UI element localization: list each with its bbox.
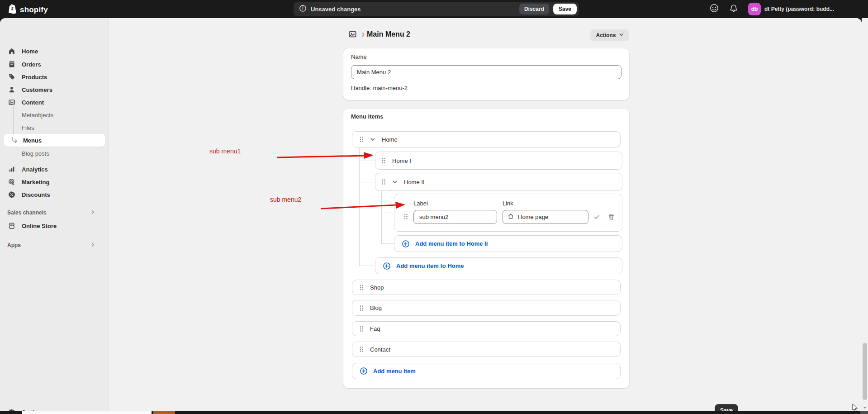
sidebar-item-blog-posts[interactable]: Blog posts xyxy=(4,147,105,160)
sidebar-item-customers[interactable]: Customers xyxy=(4,83,105,96)
confirm-button[interactable] xyxy=(593,213,601,221)
shopify-wordmark: shopify xyxy=(20,5,48,14)
chevron-down-icon[interactable] xyxy=(370,137,375,142)
unsaved-changes-label: Unsaved changes xyxy=(311,6,519,13)
sidebar-subitem-label: Blog posts xyxy=(22,150,49,157)
menu-name-input[interactable] xyxy=(351,65,621,79)
shopify-bag-icon xyxy=(7,3,18,17)
save-button-bottom[interactable]: Save xyxy=(715,404,738,411)
vertical-scrollbar[interactable] xyxy=(862,18,868,411)
drag-handle-icon[interactable] xyxy=(359,284,364,291)
chevron-down-icon[interactable] xyxy=(392,179,398,185)
breadcrumb-content-icon[interactable] xyxy=(348,30,357,40)
menu-row-home-i[interactable]: Home I xyxy=(375,152,622,170)
sidebar-item-label: Orders xyxy=(22,61,41,68)
sidebar-item-orders[interactable]: Orders xyxy=(4,58,105,71)
sidebar-item-online-store[interactable]: Online Store xyxy=(4,219,105,232)
menu-row-home[interactable]: Home xyxy=(352,131,621,148)
marketing-icon xyxy=(7,178,16,186)
sidebar-item-analytics[interactable]: Analytics xyxy=(4,163,105,176)
handle-text: Handle: main-menu-2 xyxy=(351,85,408,91)
menu-row-faq[interactable]: Faq xyxy=(352,321,621,336)
link-field-label: Link xyxy=(503,200,513,207)
taskbar-light-segment xyxy=(22,411,152,414)
menu-row-label: Home I xyxy=(392,157,411,164)
add-menu-item-to-home-ii[interactable]: Add menu item to Home II xyxy=(394,235,622,252)
add-menu-item[interactable]: Add menu item xyxy=(352,363,621,379)
menu-row-label: Home II xyxy=(404,179,425,186)
add-menu-item-to-home[interactable]: Add menu item to Home xyxy=(375,257,622,274)
menu-row-contact[interactable]: Contact xyxy=(352,342,621,357)
menu-items-card: Menu items Home Home I xyxy=(343,109,629,388)
link-input[interactable]: Home page xyxy=(503,210,588,224)
sidebar-item-discounts[interactable]: Discounts xyxy=(4,188,105,201)
sidebar-subitem-label: Files xyxy=(22,124,34,131)
drag-handle-icon[interactable] xyxy=(403,213,408,222)
sidebar-item-settings[interactable]: Settings xyxy=(4,406,105,411)
sidekick-icon[interactable] xyxy=(709,3,719,15)
products-tag-icon xyxy=(7,73,16,81)
tree-line xyxy=(359,182,375,182)
menu-row-label: Home xyxy=(382,136,398,143)
chevron-right-icon xyxy=(90,242,95,249)
sidebar-item-label: Marketing xyxy=(22,179,49,186)
bottom-taskbar-strip xyxy=(0,411,868,414)
breadcrumb-chevron-icon xyxy=(360,31,366,39)
page-title: Main Menu 2 xyxy=(367,30,410,38)
delete-button[interactable] xyxy=(607,213,615,221)
drag-handle-icon[interactable] xyxy=(359,346,364,353)
add-link-label: Add menu item to Home II xyxy=(415,240,488,247)
customers-icon xyxy=(7,86,16,93)
label-field-label: Label xyxy=(413,200,428,207)
drag-handle-icon[interactable] xyxy=(359,325,364,333)
drag-handle-icon[interactable] xyxy=(381,157,386,164)
sidebar-item-home[interactable]: Home xyxy=(4,45,105,57)
sales-channels-header[interactable]: Sales channels xyxy=(7,207,102,218)
menu-row-label: Shop xyxy=(370,284,384,291)
apps-header[interactable]: Apps xyxy=(7,240,102,251)
sidebar-item-content[interactable]: Content xyxy=(4,96,105,109)
sidebar-item-products[interactable]: Products xyxy=(4,71,105,83)
tree-line xyxy=(381,191,382,243)
drag-handle-icon[interactable] xyxy=(359,136,364,143)
menu-row-shop[interactable]: Shop xyxy=(352,280,621,295)
menu-item-editor: Label Link Home page xyxy=(394,194,622,232)
menu-row-blog[interactable]: Blog xyxy=(352,300,621,316)
tree-line xyxy=(381,243,394,244)
sidebar-item-label: Home xyxy=(22,48,38,55)
drag-handle-icon[interactable] xyxy=(381,178,386,186)
taskbar-orange-segment xyxy=(153,411,175,414)
sidebar-item-label: Online Store xyxy=(22,223,57,229)
menu-row-label: Blog xyxy=(370,305,382,311)
user-menu[interactable]: db dt Petty (password: budd... xyxy=(748,3,834,15)
user-name: dt Petty (password: budd... xyxy=(764,6,834,12)
drag-handle-icon[interactable] xyxy=(359,305,364,312)
menu-row-home-ii[interactable]: Home II xyxy=(375,173,622,191)
shopify-logo[interactable]: shopify xyxy=(7,3,48,17)
link-value: Home page xyxy=(518,214,548,220)
actions-button[interactable]: Actions xyxy=(590,29,629,41)
sidebar: Home Orders Products Customers Content M… xyxy=(0,18,109,411)
name-card: Name Handle: main-menu-2 xyxy=(343,48,629,100)
save-button-top[interactable]: Save xyxy=(553,4,577,14)
notifications-bell-icon[interactable] xyxy=(729,4,738,15)
sidebar-item-metaobjects[interactable]: Metaobjects xyxy=(4,109,105,121)
scrollbar-thumb[interactable] xyxy=(863,343,867,400)
sidebar-item-menus[interactable]: Menus xyxy=(4,134,105,147)
menu-row-label: Contact xyxy=(370,346,390,353)
alert-circle-icon xyxy=(299,5,307,14)
orders-icon xyxy=(7,61,16,68)
actions-label: Actions xyxy=(596,32,616,38)
online-store-icon xyxy=(7,222,16,229)
sidebar-item-marketing[interactable]: Marketing xyxy=(4,176,105,188)
scrollbar-corner xyxy=(860,411,868,414)
add-link-label: Add menu item xyxy=(373,368,416,375)
branch-arrow-icon xyxy=(11,137,18,143)
main-content: Main Menu 2 Actions Name Handle: main-me… xyxy=(109,18,862,411)
name-field-label: Name xyxy=(351,53,367,60)
label-input[interactable] xyxy=(413,210,497,224)
sidebar-item-files[interactable]: Files xyxy=(4,121,105,134)
discard-button[interactable]: Discard xyxy=(519,4,549,14)
menu-items-title: Menu items xyxy=(351,113,384,120)
sidebar-item-label: Products xyxy=(22,74,47,81)
